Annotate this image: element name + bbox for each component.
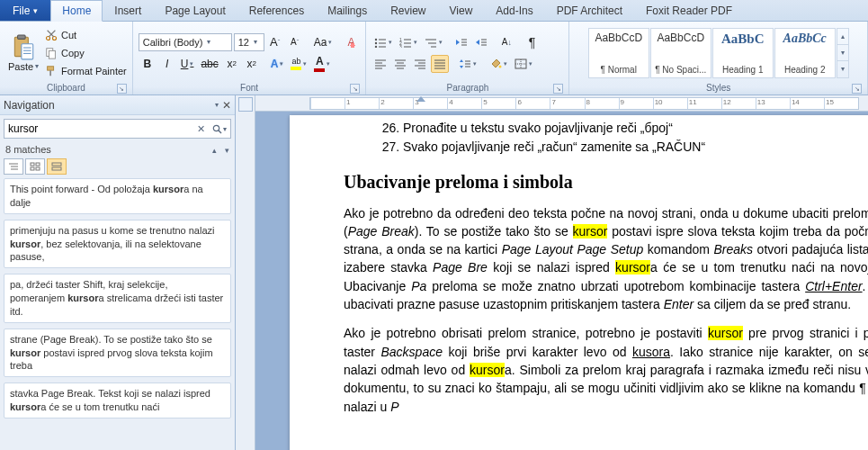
line-spacing-button[interactable] xyxy=(456,55,479,73)
svg-line-63 xyxy=(219,130,221,133)
paragraph-launcher[interactable]: ↘ xyxy=(553,84,563,94)
doc-text: ). To se postiže tako što se xyxy=(415,224,573,238)
doc-paragraph: Ako je potrebno da određeni deo teksta p… xyxy=(344,204,868,314)
search-options-button[interactable]: ▾ xyxy=(209,124,230,134)
font-launcher[interactable]: ↘ xyxy=(350,84,360,94)
nav-view-pages[interactable] xyxy=(25,158,45,175)
clear-formatting-button[interactable]: A xyxy=(342,33,360,51)
pages-view-icon xyxy=(30,162,40,171)
text-effects-button[interactable]: A xyxy=(268,55,287,73)
document-page[interactable]: Pronađite u tekstu svako pojavljivanje r… xyxy=(290,115,868,450)
style-name: Heading 1 xyxy=(722,65,764,75)
bullets-button[interactable] xyxy=(371,33,395,51)
format-painter-button[interactable]: Format Painter xyxy=(45,63,127,79)
tab-home[interactable]: Home xyxy=(50,0,103,22)
font-name-combo[interactable]: Calibri (Body)▾ xyxy=(139,33,232,51)
nav-result-item[interactable]: primenjuju na pasus u kome se trenutno n… xyxy=(4,220,231,269)
styles-expand[interactable]: ▾ xyxy=(837,61,848,76)
copy-button[interactable]: Copy xyxy=(45,45,127,61)
sort-button[interactable]: A↓ xyxy=(497,33,515,51)
nav-menu-button[interactable]: ▾ xyxy=(215,101,219,109)
tab-view[interactable]: View xyxy=(438,0,485,21)
bold-button[interactable]: B xyxy=(139,55,157,73)
doc-text: koji se nalazi ispred xyxy=(493,260,615,274)
align-right-icon xyxy=(414,58,426,69)
search-clear-button[interactable]: ✕ xyxy=(192,123,209,135)
nav-result-item[interactable]: This point forward - Od položaja kursora… xyxy=(4,178,231,214)
nav-next-match[interactable]: ▾ xyxy=(225,146,229,155)
tab-foxit-label: Foxit Reader PDF xyxy=(646,4,732,17)
result-text: primenjuju na pasus u kome se trenutno n… xyxy=(10,225,214,236)
tab-insert[interactable]: Insert xyxy=(103,0,153,21)
horizontal-ruler[interactable]: 123456789101112131415 xyxy=(255,95,868,112)
first-line-indent-marker[interactable] xyxy=(416,96,425,102)
align-left-icon xyxy=(374,58,387,69)
nav-view-results[interactable] xyxy=(47,158,67,175)
doc-paragraph: Ako je potrebno obrisati prelom stranice… xyxy=(344,324,868,415)
tab-references[interactable]: References xyxy=(237,0,316,21)
nav-result-item[interactable]: strane (Page Break). To se postiže tako … xyxy=(4,328,231,378)
doc-heading: Ubacivanje preloma i simbola xyxy=(344,169,868,195)
nav-close-button[interactable]: ✕ xyxy=(222,99,231,112)
nav-result-item[interactable]: pa, držeći taster Shift, kraj selekcije,… xyxy=(4,274,231,323)
styles-scroll-down[interactable]: ▾ xyxy=(837,45,848,61)
tab-pdf-architect[interactable]: PDF Architect xyxy=(545,0,634,21)
doc-highlight: kursor xyxy=(470,363,505,377)
style-normal[interactable]: AaBbCcD¶ Normal xyxy=(588,28,649,78)
multilevel-list-button[interactable] xyxy=(422,33,445,51)
highlight-color-button[interactable]: ab xyxy=(288,55,309,73)
nav-view-headings[interactable] xyxy=(4,158,23,175)
tab-page-layout-label: Page Layout xyxy=(165,4,225,17)
shading-button[interactable] xyxy=(487,55,510,73)
svg-rect-70 xyxy=(36,167,40,170)
font-size-combo[interactable]: 12▾ xyxy=(234,33,264,51)
styles-launcher[interactable]: ↘ xyxy=(852,84,862,94)
font-color-button[interactable]: A xyxy=(311,55,333,73)
align-right-button[interactable] xyxy=(411,55,429,73)
doc-italic: Pa xyxy=(411,279,426,293)
tab-page-layout[interactable]: Page Layout xyxy=(153,0,237,21)
result-text: a će se u tom trenutku naći xyxy=(40,401,159,412)
search-input[interactable] xyxy=(4,122,192,135)
decrease-indent-button[interactable] xyxy=(452,33,470,51)
styles-scroll: ▴ ▾ ▾ xyxy=(837,28,849,78)
style-heading-2[interactable]: AaBbCcHeading 2 xyxy=(774,28,836,78)
change-case-button[interactable]: Aa xyxy=(311,33,336,51)
paste-button[interactable]: Paste▾ xyxy=(5,25,41,81)
tab-review[interactable]: Review xyxy=(379,0,437,21)
cut-button[interactable]: Cut xyxy=(45,27,127,43)
superscript-button[interactable]: x2 xyxy=(243,55,261,73)
italic-button[interactable]: I xyxy=(158,55,176,73)
shrink-font-button[interactable]: Aˇ xyxy=(286,33,304,51)
show-hide-button[interactable]: ¶ xyxy=(523,33,541,51)
nav-match-count: 8 matches xyxy=(5,144,51,155)
nav-result-item[interactable]: stavka Page Break. Tekst koji se nalazi … xyxy=(4,382,231,418)
tab-insert-label: Insert xyxy=(114,4,141,17)
tab-foxit[interactable]: Foxit Reader PDF xyxy=(634,0,744,21)
grow-font-button[interactable]: Aˆ xyxy=(266,33,284,51)
align-left-button[interactable] xyxy=(371,55,389,73)
underline-button[interactable]: U xyxy=(178,55,197,73)
tab-mailings[interactable]: Mailings xyxy=(316,0,379,21)
numbering-button[interactable]: 123 xyxy=(397,33,420,51)
paste-label: Paste xyxy=(8,61,33,72)
clipboard-launcher[interactable]: ↘ xyxy=(117,84,127,94)
justify-button[interactable] xyxy=(431,55,449,73)
styles-scroll-up[interactable]: ▴ xyxy=(837,29,848,45)
change-case-label: Aa xyxy=(314,36,327,49)
style-no-spacing[interactable]: AaBbCcD¶ No Spaci... xyxy=(650,28,711,78)
strike-button[interactable]: abc xyxy=(198,55,220,73)
style-heading-1[interactable]: AaBbCHeading 1 xyxy=(712,28,774,78)
increase-indent-button[interactable] xyxy=(472,33,490,51)
file-tab[interactable]: File ▾ xyxy=(0,0,50,21)
svg-rect-68 xyxy=(36,163,40,166)
result-text: strane (Page Break). To se postiže tako … xyxy=(10,334,212,345)
nav-prev-match[interactable]: ▴ xyxy=(212,146,217,155)
vertical-ruler[interactable] xyxy=(236,95,255,450)
clipboard-group-label: Clipboard xyxy=(47,83,85,93)
subscript-button[interactable]: x2 xyxy=(223,55,241,73)
tab-addins[interactable]: Add-Ins xyxy=(484,0,544,21)
borders-button[interactable] xyxy=(512,55,535,73)
clipboard-paste-icon xyxy=(12,34,35,61)
align-center-button[interactable] xyxy=(391,55,409,73)
